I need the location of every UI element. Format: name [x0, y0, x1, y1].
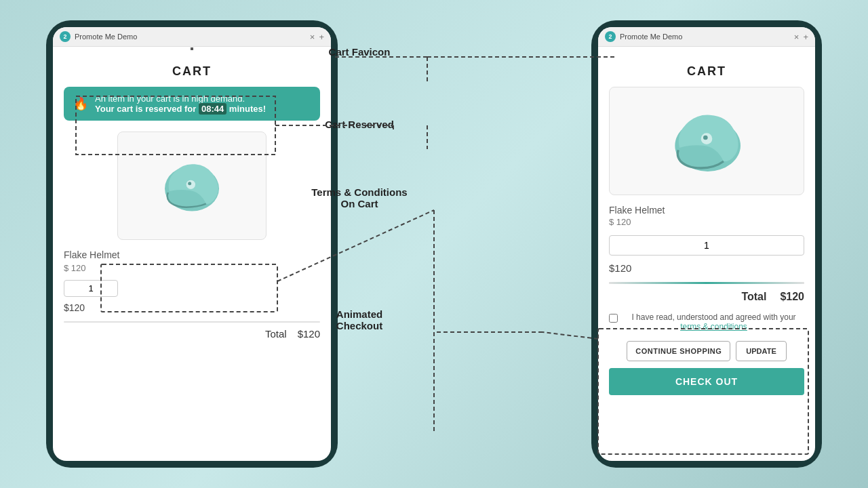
right-total-value: $120	[780, 291, 804, 303]
left-close-button[interactable]: ×	[310, 32, 315, 42]
right-helmet-image	[666, 107, 747, 175]
right-product-name: Flake Helmet	[609, 205, 804, 216]
left-plus-button[interactable]: +	[319, 32, 324, 42]
right-product-total: $120	[609, 262, 804, 274]
left-browser-bar: 2 Promote Me Demo × +	[53, 27, 331, 47]
terms-link[interactable]: terms & conditions	[680, 322, 747, 331]
right-plus-button[interactable]: +	[803, 32, 808, 42]
animated-checkout-label: AnimatedCheckout	[292, 308, 427, 331]
right-cart-divider	[609, 282, 804, 284]
action-buttons: CONTINUE SHOPPING UPDATE	[609, 341, 804, 361]
right-phone: 2 Promote Me Demo × + CART Flake Helmet …	[591, 20, 822, 468]
left-total-row: Total $120	[64, 328, 320, 340]
left-product-price: $ 120	[64, 263, 320, 273]
terms-conditions-label: Terms & ConditionsOn Cart	[285, 186, 434, 209]
right-product-price: $ 120	[609, 217, 804, 227]
update-button[interactable]: UPDATE	[736, 341, 786, 361]
right-product-image	[609, 87, 804, 195]
right-close-button[interactable]: ×	[794, 32, 800, 42]
timer-display: 08:44	[199, 103, 226, 115]
terms-text: I have read, understood and agreed with …	[623, 312, 804, 331]
terms-checkbox[interactable]	[609, 314, 618, 323]
left-cart-title: CART	[64, 64, 320, 79]
left-total-label: Total	[265, 328, 287, 340]
left-phone: 2 Promote Me Demo × + CART 🔥 An item in …	[46, 20, 338, 468]
right-cart-page: CART Flake Helmet $ 120 $120	[598, 51, 815, 403]
svg-point-5	[703, 136, 708, 140]
continue-shopping-button[interactable]: CONTINUE SHOPPING	[627, 341, 730, 361]
fire-icon: 🔥	[73, 96, 88, 111]
right-tab-title: Promote Me Demo	[620, 33, 790, 41]
left-cart-divider	[64, 321, 320, 323]
alert-text: An item in your cart is in high demand. …	[95, 94, 266, 114]
left-alert-banner: 🔥 An item in your cart is in high demand…	[64, 87, 320, 121]
right-favicon: 2	[605, 31, 616, 42]
right-total-label: Total	[741, 291, 766, 303]
left-tab-title: Promote Me Demo	[75, 33, 306, 41]
left-product-name: Flake Helmet	[64, 249, 320, 260]
right-total-row: Total $120	[609, 291, 804, 303]
checkout-button[interactable]: CHECK OUT	[609, 368, 804, 395]
svg-point-2	[188, 182, 191, 185]
cart-favicon-label: Cart Favicon	[292, 46, 427, 58]
terms-row: I have read, understood and agreed with …	[609, 312, 804, 331]
right-cart-title: CART	[609, 64, 804, 79]
helmet-image	[158, 155, 226, 216]
svg-line-14	[542, 332, 598, 339]
left-product-image	[117, 131, 267, 240]
left-favicon: 2	[60, 31, 71, 42]
left-qty-input[interactable]	[64, 280, 118, 297]
right-qty-input[interactable]	[609, 235, 804, 256]
right-browser-bar: 2 Promote Me Demo × +	[598, 27, 815, 47]
left-product-total: $120	[64, 302, 320, 313]
cart-reserved-label: Cart Reserved	[292, 119, 427, 130]
